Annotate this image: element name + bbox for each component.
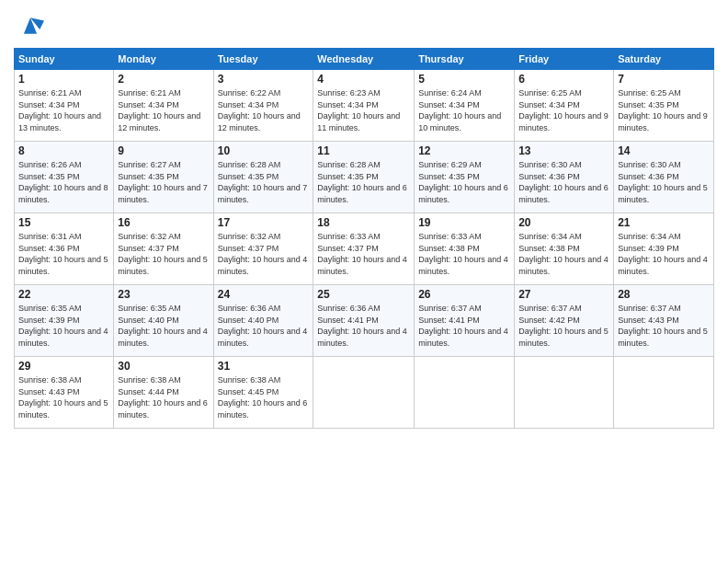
day-cell: 9 Sunrise: 6:27 AM Sunset: 4:35 PM Dayli… [114,142,213,213]
sunset-label: Sunset: 4:34 PM [518,100,580,109]
sunrise-label: Sunrise: 6:21 AM [118,88,181,98]
sunrise-label: Sunrise: 6:34 AM [518,232,582,241]
sunrise-label: Sunrise: 6:29 AM [418,160,482,169]
day-number: 25 [317,288,410,301]
day-info: Sunrise: 6:36 AM Sunset: 4:40 PM Dayligh… [218,303,310,349]
day-info: Sunrise: 6:38 AM Sunset: 4:44 PM Dayligh… [118,374,209,420]
day-cell: 1 Sunrise: 6:21 AM Sunset: 4:34 PM Dayli… [15,70,114,142]
day-info: Sunrise: 6:21 AM Sunset: 4:34 PM Dayligh… [18,87,109,133]
sunrise-label: Sunrise: 6:25 AM [518,88,582,98]
day-cell: 19 Sunrise: 6:33 AM Sunset: 4:38 PM Dayl… [415,213,515,285]
day-info: Sunrise: 6:25 AM Sunset: 4:35 PM Dayligh… [618,87,710,133]
sunrise-label: Sunrise: 6:38 AM [118,375,181,385]
sunset-label: Sunset: 4:34 PM [18,100,80,109]
daylight-label: Daylight: 10 hours and 4 minutes. [317,255,407,276]
daylight-label: Daylight: 10 hours and 4 minutes. [218,327,308,348]
daylight-label: Daylight: 10 hours and 5 minutes. [118,255,208,276]
day-cell: 13 Sunrise: 6:30 AM Sunset: 4:36 PM Dayl… [515,142,614,213]
daylight-label: Daylight: 10 hours and 13 minutes. [18,111,101,132]
day-cell: 26 Sunrise: 6:37 AM Sunset: 4:41 PM Dayl… [415,285,515,357]
daylight-label: Daylight: 10 hours and 5 minutes. [18,255,108,276]
sunrise-label: Sunrise: 6:37 AM [518,304,582,313]
day-info: Sunrise: 6:33 AM Sunset: 4:38 PM Dayligh… [418,231,510,277]
day-info: Sunrise: 6:21 AM Sunset: 4:34 PM Dayligh… [118,87,209,133]
sunrise-label: Sunrise: 6:23 AM [317,88,381,98]
sunrise-label: Sunrise: 6:21 AM [18,88,82,98]
sunset-label: Sunset: 4:37 PM [218,244,279,253]
day-number: 6 [518,73,609,86]
day-number: 16 [118,216,209,229]
sunrise-label: Sunrise: 6:26 AM [18,160,82,169]
day-cell [313,357,415,429]
day-info: Sunrise: 6:28 AM Sunset: 4:35 PM Dayligh… [218,159,310,205]
week-row-5: 29 Sunrise: 6:38 AM Sunset: 4:43 PM Dayl… [15,357,714,429]
sunset-label: Sunset: 4:36 PM [18,244,80,253]
day-info: Sunrise: 6:37 AM Sunset: 4:43 PM Dayligh… [618,303,710,349]
day-number: 8 [18,144,109,157]
sunset-label: Sunset: 4:40 PM [218,316,279,325]
daylight-label: Daylight: 10 hours and 4 minutes. [518,255,609,276]
daylight-label: Daylight: 10 hours and 12 minutes. [218,111,301,132]
daylight-label: Daylight: 10 hours and 8 minutes. [18,183,108,204]
day-number: 27 [518,288,609,301]
sunrise-label: Sunrise: 6:33 AM [317,232,381,241]
day-number: 5 [418,73,510,86]
sunrise-label: Sunrise: 6:28 AM [317,160,381,169]
sunset-label: Sunset: 4:35 PM [317,172,379,181]
sunrise-label: Sunrise: 6:37 AM [418,304,482,313]
daylight-label: Daylight: 10 hours and 5 minutes. [618,183,708,204]
day-info: Sunrise: 6:37 AM Sunset: 4:42 PM Dayligh… [518,303,609,349]
sunrise-label: Sunrise: 6:36 AM [317,304,381,313]
header [14,9,714,42]
day-cell: 3 Sunrise: 6:22 AM Sunset: 4:34 PM Dayli… [213,70,313,142]
day-cell: 5 Sunrise: 6:24 AM Sunset: 4:34 PM Dayli… [415,70,515,142]
daylight-label: Daylight: 10 hours and 4 minutes. [317,327,407,348]
col-header-sunday: Sunday [15,49,114,70]
day-cell: 14 Sunrise: 6:30 AM Sunset: 4:36 PM Dayl… [614,142,714,213]
day-cell: 28 Sunrise: 6:37 AM Sunset: 4:43 PM Dayl… [614,285,714,357]
calendar-header-row: SundayMondayTuesdayWednesdayThursdayFrid… [15,49,714,70]
week-row-1: 1 Sunrise: 6:21 AM Sunset: 4:34 PM Dayli… [15,70,714,142]
day-info: Sunrise: 6:33 AM Sunset: 4:37 PM Dayligh… [317,231,410,277]
daylight-label: Daylight: 10 hours and 6 minutes. [218,398,308,419]
day-number: 7 [618,73,710,86]
sunset-label: Sunset: 4:38 PM [518,244,580,253]
day-info: Sunrise: 6:38 AM Sunset: 4:43 PM Dayligh… [18,374,109,420]
sunrise-label: Sunrise: 6:31 AM [18,232,82,241]
col-header-tuesday: Tuesday [213,49,313,70]
daylight-label: Daylight: 10 hours and 4 minutes. [418,327,508,348]
day-cell: 12 Sunrise: 6:29 AM Sunset: 4:35 PM Dayl… [415,142,515,213]
day-cell: 21 Sunrise: 6:34 AM Sunset: 4:39 PM Dayl… [614,213,714,285]
day-cell: 7 Sunrise: 6:25 AM Sunset: 4:35 PM Dayli… [614,70,714,142]
sunset-label: Sunset: 4:35 PM [618,100,679,109]
daylight-label: Daylight: 10 hours and 5 minutes. [518,327,609,348]
day-info: Sunrise: 6:32 AM Sunset: 4:37 PM Dayligh… [218,231,310,277]
day-cell: 29 Sunrise: 6:38 AM Sunset: 4:43 PM Dayl… [15,357,114,429]
sunset-label: Sunset: 4:43 PM [18,387,80,396]
week-row-4: 22 Sunrise: 6:35 AM Sunset: 4:39 PM Dayl… [15,285,714,357]
day-number: 10 [218,144,310,157]
sunrise-label: Sunrise: 6:32 AM [118,232,181,241]
sunrise-label: Sunrise: 6:34 AM [618,232,681,241]
daylight-label: Daylight: 10 hours and 5 minutes. [18,398,108,419]
week-row-2: 8 Sunrise: 6:26 AM Sunset: 4:35 PM Dayli… [15,142,714,213]
sunrise-label: Sunrise: 6:27 AM [118,160,181,169]
day-number: 14 [618,144,710,157]
sunset-label: Sunset: 4:42 PM [518,316,580,325]
daylight-label: Daylight: 10 hours and 7 minutes. [118,183,208,204]
day-cell: 10 Sunrise: 6:28 AM Sunset: 4:35 PM Dayl… [213,142,313,213]
daylight-label: Daylight: 10 hours and 12 minutes. [118,111,200,132]
daylight-label: Daylight: 10 hours and 4 minutes. [118,327,208,348]
day-info: Sunrise: 6:30 AM Sunset: 4:36 PM Dayligh… [618,159,710,205]
sunset-label: Sunset: 4:34 PM [317,100,379,109]
day-number: 31 [218,360,310,373]
day-info: Sunrise: 6:22 AM Sunset: 4:34 PM Dayligh… [218,87,310,133]
sunset-label: Sunset: 4:38 PM [418,244,480,253]
day-number: 21 [618,216,710,229]
day-number: 29 [18,360,109,373]
day-cell: 31 Sunrise: 6:38 AM Sunset: 4:45 PM Dayl… [213,357,313,429]
day-number: 20 [518,216,609,229]
day-cell: 8 Sunrise: 6:26 AM Sunset: 4:35 PM Dayli… [15,142,114,213]
sunset-label: Sunset: 4:34 PM [118,100,179,109]
sunrise-label: Sunrise: 6:30 AM [618,160,681,169]
